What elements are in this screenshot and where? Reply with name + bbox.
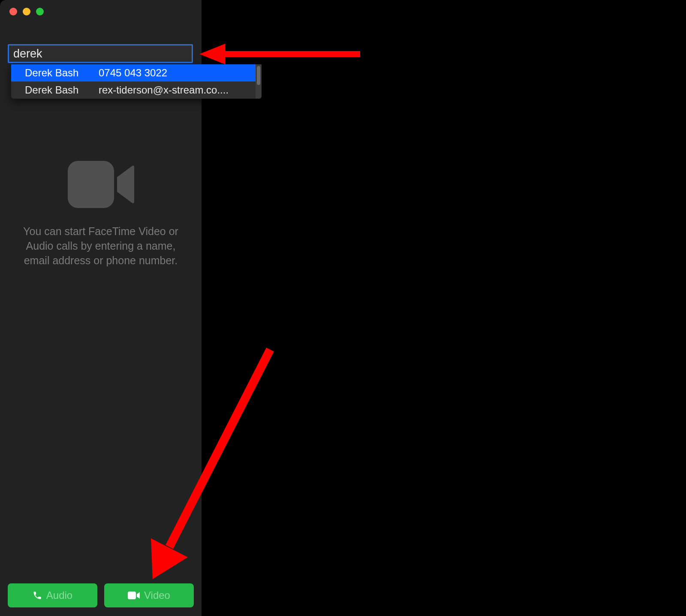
minimize-window-button[interactable] (23, 8, 30, 15)
suggestion-name: Derek Bash (25, 67, 99, 79)
window-controls (9, 8, 44, 15)
sidebar: Derek Bash 0745 043 3022 Derek Bash rex-… (0, 0, 202, 616)
suggestions-scrollbar[interactable] (256, 64, 262, 99)
suggestion-detail: 0745 043 3022 (99, 67, 167, 79)
help-text: You can start FaceTime Video or Audio ca… (0, 224, 202, 268)
contact-suggestions-dropdown: Derek Bash 0745 043 3022 Derek Bash rex-… (11, 64, 262, 99)
suggestion-item[interactable]: Derek Bash 0745 043 3022 (11, 64, 262, 82)
video-button-label: Video (144, 589, 170, 601)
video-icon (128, 592, 140, 599)
suggestion-detail: rex-tiderson@x-stream.co.... (99, 84, 229, 96)
close-window-button[interactable] (9, 8, 17, 15)
svg-rect-1 (128, 592, 136, 599)
video-camera-icon (0, 161, 202, 208)
suggestion-item[interactable]: Derek Bash rex-tiderson@x-stream.co.... (11, 82, 262, 99)
recipient-search-input[interactable] (8, 44, 193, 63)
video-call-button[interactable]: Video (104, 583, 194, 607)
phone-icon (33, 591, 42, 600)
call-buttons: Audio Video (8, 583, 194, 607)
audio-call-button[interactable]: Audio (8, 583, 97, 607)
scrollbar-thumb[interactable] (257, 66, 260, 85)
audio-button-label: Audio (46, 589, 72, 601)
svg-rect-0 (68, 161, 114, 208)
suggestion-name: Derek Bash (25, 84, 99, 96)
empty-state: You can start FaceTime Video or Audio ca… (0, 161, 202, 268)
fullscreen-window-button[interactable] (36, 8, 44, 15)
facetime-window: Derek Bash 0745 043 3022 Derek Bash rex-… (0, 0, 512, 616)
